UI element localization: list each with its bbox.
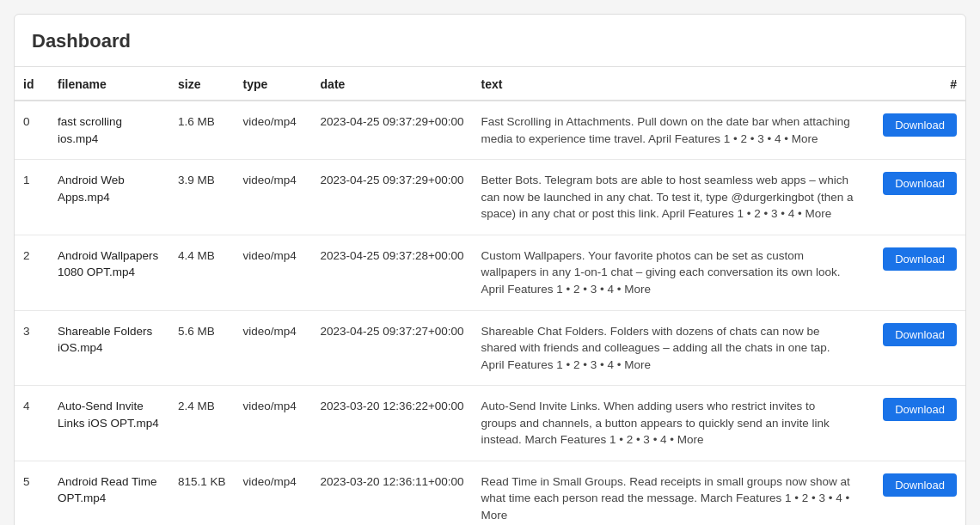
col-header-date: date <box>312 67 473 101</box>
col-header-filename: filename <box>49 67 169 101</box>
download-button[interactable]: Download <box>883 247 957 271</box>
table-header-row: id filename size type date text # <box>15 67 965 101</box>
cell-size: 3.9 MB <box>169 160 235 235</box>
cell-actions: Download <box>862 235 965 310</box>
cell-type: video/mp4 <box>235 235 312 310</box>
cell-actions: Download <box>862 461 965 525</box>
table-body: 0fast scrolling ios.mp41.6 MBvideo/mp420… <box>15 101 965 525</box>
cell-date: 2023-04-25 09:37:29+00:00 <box>312 101 473 160</box>
cell-size: 2.4 MB <box>169 386 235 461</box>
cell-filename: Android Wallpapers 1080 OPT.mp4 <box>49 235 169 310</box>
cell-text: Read Time in Small Groups. Read receipts… <box>473 461 862 525</box>
cell-text: Fast Scrolling in Attachments. Pull down… <box>473 101 862 160</box>
table-row: 4Auto-Send Invite Links iOS OPT.mp42.4 M… <box>15 386 965 461</box>
col-header-type: type <box>235 67 312 101</box>
cell-type: video/mp4 <box>235 461 312 525</box>
col-header-text: text <box>473 67 862 101</box>
cell-type: video/mp4 <box>235 310 312 386</box>
table-row: 2Android Wallpapers 1080 OPT.mp44.4 MBvi… <box>15 235 965 310</box>
col-header-actions: # <box>862 67 965 101</box>
cell-size: 1.6 MB <box>169 101 235 160</box>
cell-id: 2 <box>15 235 49 310</box>
col-header-id: id <box>15 67 49 101</box>
table-row: 0fast scrolling ios.mp41.6 MBvideo/mp420… <box>15 101 965 160</box>
page-title: Dashboard <box>15 15 965 67</box>
table-row: 1Android Web Apps.mp43.9 MBvideo/mp42023… <box>15 160 965 235</box>
cell-type: video/mp4 <box>235 386 312 461</box>
download-button[interactable]: Download <box>883 113 957 137</box>
cell-filename: fast scrolling ios.mp4 <box>49 101 169 160</box>
cell-date: 2023-03-20 12:36:11+00:00 <box>312 461 473 525</box>
cell-actions: Download <box>862 160 965 235</box>
cell-filename: Auto-Send Invite Links iOS OPT.mp4 <box>49 386 169 461</box>
cell-filename: Android Read Time OPT.mp4 <box>49 461 169 525</box>
cell-date: 2023-04-25 09:37:29+00:00 <box>312 160 473 235</box>
cell-text: Custom Wallpapers. Your favorite photos … <box>473 235 862 310</box>
cell-text: Better Bots. Telegram bots are able to h… <box>473 160 862 235</box>
download-button[interactable]: Download <box>883 473 957 497</box>
cell-id: 3 <box>15 310 49 386</box>
col-header-size: size <box>169 67 235 101</box>
cell-size: 815.1 KB <box>169 461 235 525</box>
cell-filename: Android Web Apps.mp4 <box>49 160 169 235</box>
cell-date: 2023-04-25 09:37:28+00:00 <box>312 235 473 310</box>
cell-date: 2023-03-20 12:36:22+00:00 <box>312 386 473 461</box>
table-row: 5Android Read Time OPT.mp4815.1 KBvideo/… <box>15 461 965 525</box>
cell-id: 0 <box>15 101 49 160</box>
cell-type: video/mp4 <box>235 160 312 235</box>
download-button[interactable]: Download <box>883 323 957 346</box>
cell-id: 1 <box>15 160 49 235</box>
cell-date: 2023-04-25 09:37:27+00:00 <box>312 310 473 386</box>
dashboard-panel: Dashboard id filename size type date tex… <box>14 14 966 525</box>
download-button[interactable]: Download <box>883 398 957 421</box>
cell-actions: Download <box>862 310 965 386</box>
cell-text: Shareable Chat Folders. Folders with doz… <box>473 310 862 386</box>
cell-actions: Download <box>862 101 965 160</box>
data-table: id filename size type date text # 0fast … <box>15 67 965 525</box>
cell-id: 4 <box>15 386 49 461</box>
table-row: 3Shareable Folders iOS.mp45.6 MBvideo/mp… <box>15 310 965 386</box>
cell-size: 5.6 MB <box>169 310 235 386</box>
cell-text: Auto-Send Invite Links. When adding user… <box>473 386 862 461</box>
cell-actions: Download <box>862 386 965 461</box>
cell-type: video/mp4 <box>235 101 312 160</box>
cell-id: 5 <box>15 461 49 525</box>
cell-filename: Shareable Folders iOS.mp4 <box>49 310 169 386</box>
download-button[interactable]: Download <box>883 172 957 195</box>
cell-size: 4.4 MB <box>169 235 235 310</box>
